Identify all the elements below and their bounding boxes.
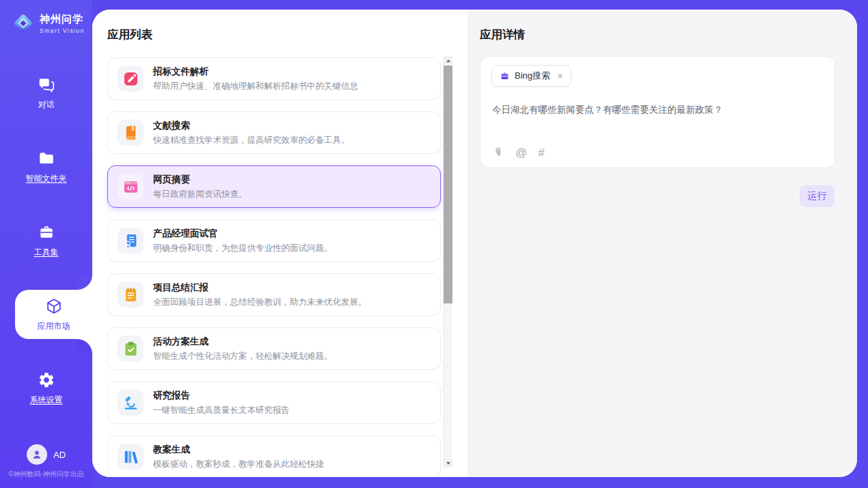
user-label: AD [53, 450, 66, 460]
arrow-up-icon [446, 59, 450, 62]
sidebar-item-chat[interactable]: 对话 [0, 68, 92, 118]
gear-icon [38, 371, 55, 389]
person-icon [31, 448, 43, 461]
books-icon [122, 448, 139, 465]
folder-icon [38, 150, 55, 167]
app-list-title: 应用列表 [107, 27, 152, 42]
pen-icon [122, 70, 139, 87]
scroll-down-button[interactable] [444, 459, 452, 467]
query-text[interactable]: 今日湖北有哪些新闻要点？有哪些需要关注的最新政策？ [492, 103, 820, 117]
microscope-icon [122, 394, 139, 411]
app-description: 一键智能生成高质量长文本研究报告 [153, 405, 290, 416]
scroll-up-button[interactable] [444, 56, 452, 65]
brand: 神州问学 Smart Vision [0, 11, 92, 36]
user-row: AD [0, 444, 92, 465]
sidebar-item-label: 工具集 [34, 247, 59, 258]
app-description: 快速精准查找学术资源，提高研究效率的必备工具。 [153, 135, 350, 146]
toolbox-icon [38, 223, 55, 241]
tool-tag-bing-search[interactable]: Bing搜索 ✕ [491, 65, 571, 87]
input-icon-row: @# [492, 146, 545, 159]
app-description: 模板驱动，教案秒成，教学准备从此轻松快捷 [153, 459, 324, 470]
interview-icon [122, 232, 139, 249]
app-list-panel: 应用列表 招标文件解析 帮助用户快速、准确地理解和解析招标书中的关键信息 文献搜… [92, 10, 467, 477]
hash-icon[interactable]: # [538, 147, 544, 159]
at-icon[interactable]: @ [515, 147, 527, 159]
app-icon-box [118, 66, 144, 92]
app-icon-box [118, 120, 144, 146]
arrow-down-icon [446, 462, 450, 465]
sidebar-item-gear[interactable]: 系统设置 [0, 364, 92, 413]
app-icon-box [118, 336, 144, 362]
app-root: { "brand": { "title": "神州问学", "subtitle"… [0, 0, 868, 488]
app-name: 活动方案生成 [153, 336, 333, 348]
app-detail-title: 应用详情 [480, 27, 525, 42]
briefcase-icon [500, 71, 510, 81]
brand-logo-icon [11, 11, 36, 36]
sidebar-item-cube[interactable]: 应用市场 [15, 290, 92, 339]
app-icon-box [118, 174, 144, 200]
sidebar-item-label: 应用市场 [38, 321, 70, 332]
app-description: 帮助用户快速、准确地理解和解析招标书中的关键信息 [153, 81, 358, 92]
sidebar-item-label: 系统设置 [30, 394, 63, 406]
app-list-item[interactable]: 招标文件解析 帮助用户快速、准确地理解和解析招标书中的关键信息 [107, 57, 441, 100]
app-icon-box [118, 444, 144, 470]
run-button[interactable]: 运行 [800, 185, 835, 207]
app-name: 文献搜索 [153, 120, 350, 132]
app-icon-box [118, 228, 144, 254]
sidebar-footer: ©神州数码·神州问学出品 [0, 470, 92, 479]
app-name: 网页摘要 [153, 174, 247, 186]
clipboard-icon [122, 340, 139, 357]
app-detail-panel: 应用详情 Bing搜索 ✕ 今日湖北有哪些新闻要点？有哪些需要关注的最新政策？ … [467, 10, 857, 477]
app-name: 教案生成 [153, 444, 324, 456]
sidebar-item-label: 对话 [38, 99, 55, 111]
app-name: 产品经理面试官 [153, 228, 333, 240]
app-list-item[interactable]: 网页摘要 每日政府新闻资讯快查。 [107, 165, 441, 208]
active-notch-bottom [77, 339, 92, 354]
active-notch-top [77, 275, 92, 290]
browser-icon [122, 178, 139, 195]
app-list-item[interactable]: 研究报告 一键智能生成高质量长文本研究报告 [107, 381, 441, 424]
avatar[interactable] [27, 444, 47, 465]
brand-subtitle: Smart Vision [40, 27, 85, 34]
close-icon[interactable]: ✕ [557, 72, 563, 81]
chat-icon [38, 76, 55, 94]
tool-tag-label: Bing搜索 [515, 70, 550, 82]
app-list: 招标文件解析 帮助用户快速、准确地理解和解析招标书中的关键信息 文献搜索 快速精… [107, 57, 441, 477]
app-list-item[interactable]: 产品经理面试官 明确身份和职责，为您提供专业性的面试问题。 [107, 219, 441, 262]
sidebar-nav: 对话 智能文件夹 工具集 应用市场 系统设置 [0, 68, 92, 437]
app-icon-box [118, 282, 144, 308]
app-description: 每日政府新闻资讯快查。 [153, 189, 247, 200]
list-scrollbar[interactable] [443, 56, 452, 467]
app-list-item[interactable]: 文献搜索 快速精准查找学术资源，提高研究效率的必备工具。 [107, 111, 441, 154]
notepad-icon [122, 286, 139, 303]
app-list-item[interactable]: 教案生成 模板驱动，教案秒成，教学准备从此轻松快捷 [107, 435, 441, 477]
sidebar-item-toolbox[interactable]: 工具集 [0, 216, 92, 265]
prompt-card: Bing搜索 ✕ 今日湖北有哪些新闻要点？有哪些需要关注的最新政策？ @# [480, 56, 835, 168]
paperclip-icon[interactable] [492, 146, 504, 159]
app-list-item[interactable]: 项目总结汇报 全面回顾项目进展，总结经验教训，助力未来优化发展。 [107, 273, 441, 316]
sidebar-item-label: 智能文件夹 [26, 173, 67, 185]
app-icon-box [118, 390, 144, 416]
app-list-item[interactable]: 活动方案生成 智能生成个性化活动方案，轻松解决规划难题。 [107, 327, 441, 370]
main-container: 应用列表 招标文件解析 帮助用户快速、准确地理解和解析招标书中的关键信息 文献搜… [92, 10, 857, 477]
app-name: 项目总结汇报 [153, 282, 367, 294]
app-description: 明确身份和职责，为您提供专业性的面试问题。 [153, 243, 333, 254]
cube-icon [45, 297, 63, 315]
sidebar-item-folder[interactable]: 智能文件夹 [0, 142, 92, 191]
brand-title: 神州问学 [40, 13, 85, 26]
app-name: 招标文件解析 [153, 66, 358, 78]
sidebar: 神州问学 Smart Vision 对话 智能文件夹 工具集 应用市场 系统设置 [0, 0, 92, 488]
book-icon [122, 124, 139, 141]
scrollbar-thumb[interactable] [444, 66, 452, 303]
app-description: 全面回顾项目进展，总结经验教训，助力未来优化发展。 [153, 297, 367, 308]
app-description: 智能生成个性化活动方案，轻松解决规划难题。 [153, 351, 333, 362]
app-name: 研究报告 [153, 390, 290, 402]
